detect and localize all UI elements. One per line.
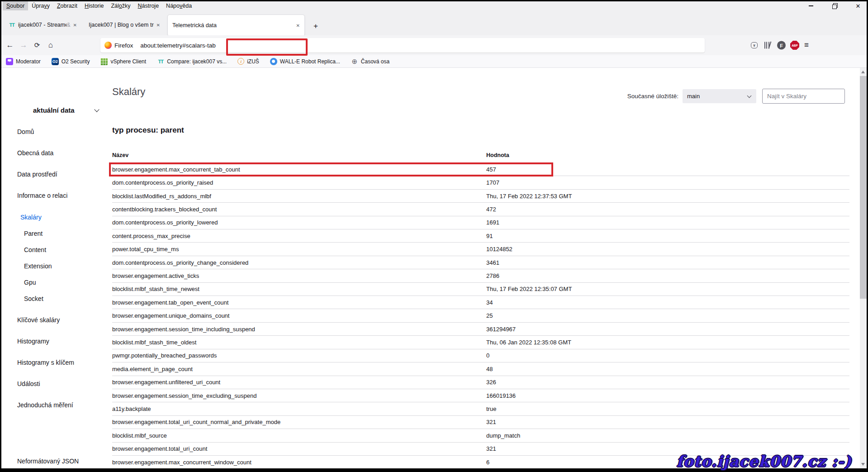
tab-blog[interactable]: Ijacek007 | Blog o všem trochu jinak. ✕ (84, 16, 165, 34)
scalar-value: 166019136 (486, 392, 849, 399)
bookmark-item[interactable]: TT Compare: ijacek007 vs... (157, 58, 227, 65)
tt-favicon-icon: TT (8, 21, 15, 29)
scalar-value: 321 (486, 419, 849, 425)
sidebar-item[interactable]: Jednoduchá měření (0, 401, 112, 409)
hamburger-menu-icon[interactable]: ≡ (804, 41, 809, 50)
menu-item[interactable]: Nástroje (134, 1, 163, 10)
sidebar-item[interactable]: Parent (0, 229, 112, 238)
library-icon[interactable] (764, 42, 770, 49)
bookmark-item[interactable]: O2 O2 Security (52, 58, 90, 65)
url-bar[interactable]: Firefox about:telemetry#scalars-tab ☆ (100, 38, 705, 52)
tab-close-icon[interactable]: ✕ (296, 23, 300, 28)
scrollbar-thumb[interactable] (860, 76, 867, 299)
url-text[interactable]: about:telemetry#scalars-tab (140, 42, 216, 49)
sidebar-item[interactable]: Socket (0, 295, 112, 303)
sidebar-item[interactable]: Content (0, 246, 112, 254)
menu-item[interactable]: Úpravy (28, 1, 53, 10)
menu-item[interactable]: Zobrazit (53, 1, 81, 10)
reload-icon[interactable]: ⟳ (31, 39, 43, 52)
tab-close-icon[interactable]: ✕ (157, 23, 160, 28)
search-input[interactable] (762, 89, 845, 104)
sidebar-item[interactable]: Histogramy s klíčem (0, 358, 112, 367)
minimize-icon[interactable] (806, 1, 816, 10)
scalar-name: pwmgr.potentially_breached_passwords (112, 352, 486, 359)
scalar-name: a11y.backplate (112, 405, 486, 412)
menu-item[interactable]: Nápověda (162, 1, 195, 10)
bookmark-item[interactable]: i iZUŠ (237, 58, 259, 65)
scalar-value: 48 (486, 366, 849, 372)
scroll-down-icon[interactable] (861, 463, 865, 466)
sidebar-item[interactable]: Informace o relaci (0, 191, 112, 200)
sidebar-item[interactable]: Histogramy (0, 337, 112, 345)
window-controls: ✕ (806, 0, 863, 12)
o2-icon: O2 (52, 58, 59, 65)
sidebar-item[interactable]: Data prostředí (0, 170, 112, 178)
sidebar-item[interactable]: Extension (0, 262, 112, 270)
restore-icon[interactable] (829, 1, 840, 10)
table-row: power.total_cpu_time_ms 10124852 (112, 243, 849, 256)
scalar-value: 0 (486, 352, 849, 359)
bookmark-label: Compare: ijacek007 vs... (167, 58, 227, 65)
scalar-value: 361294967 (486, 326, 849, 333)
extension-f-icon[interactable]: F (777, 41, 786, 50)
frame-border (0, 0, 1, 472)
back-icon[interactable]: ← (4, 39, 16, 52)
vertical-scrollbar[interactable] (860, 68, 867, 468)
menu-item[interactable]: Historie (81, 1, 107, 10)
scalar-value: Thu, 17 Feb 2022 12:37:53 GMT (486, 193, 849, 200)
sidebar-dataset-selector[interactable]: aktuální data (0, 106, 112, 114)
table-row: pwmgr.potentially_breached_passwords 0 (112, 349, 849, 362)
sidebar-item[interactable]: Události (0, 380, 112, 388)
tab-telemetry-active[interactable]: Telemetrická data ✕ (167, 14, 305, 36)
tab-close-icon[interactable]: ✕ (73, 23, 77, 28)
menu-item[interactable]: Soubor (3, 1, 28, 10)
scalar-value: 2786 (486, 272, 849, 279)
table-row: contentblocking.trackers_blocked_count 4… (112, 203, 849, 216)
bookmark-label: vSphere Client (110, 58, 146, 65)
scalar-name: browser.engagement.unique_domains_count (112, 312, 486, 319)
sidebar-item[interactable]: Domů (0, 128, 112, 136)
scalar-name: power.total_cpu_time_ms (112, 246, 486, 253)
scalar-value: 34 (486, 299, 849, 306)
menu-item[interactable]: Záložky (107, 1, 134, 10)
new-tab-button[interactable]: + (310, 21, 321, 32)
url-annotation-redbox (226, 38, 308, 56)
scroll-up-icon[interactable] (861, 71, 865, 73)
scalar-name: blocklist.lastModified_rs_addons_mlbf (112, 193, 486, 200)
sidebar-item[interactable]: Neformátovaný JSON (0, 457, 112, 465)
adblock-plus-icon[interactable]: ABP (790, 41, 799, 50)
sidebar-item[interactable]: Obecná data (0, 149, 112, 157)
vsphere-icon (100, 58, 108, 65)
tab-streamer-overview[interactable]: TT ijacek007 - Streamer Overview & ✕ (4, 16, 81, 34)
table-row: browser.engagement.tab_open_event_count … (112, 296, 849, 309)
scalar-name: browser.engagement.active_ticks (112, 272, 486, 279)
bookmark-item[interactable]: ⊕ Časová osa (351, 58, 389, 65)
sidebar-item[interactable]: Gpu (0, 278, 112, 286)
bookmark-item[interactable]: WALL-E Robot Replica... (270, 58, 340, 65)
scalar-name: browser.engagement.session_time_includin… (112, 326, 486, 333)
table-row: browser.engagement.max_concurrent_tab_co… (112, 163, 849, 176)
tab-label: Telemetrická data (172, 22, 294, 29)
storage-select-value: main (687, 93, 700, 100)
forward-icon[interactable]: → (17, 39, 30, 52)
bookmark-item[interactable]: vSphere Client (100, 58, 146, 65)
sidebar-item[interactable]: Skaláry (0, 213, 112, 221)
pocket-icon[interactable]: ∨ (751, 42, 758, 48)
home-icon[interactable]: ⌂ (44, 39, 57, 52)
storage-select[interactable]: main (683, 89, 756, 103)
page-title: Skaláry (112, 86, 145, 98)
chevron-down-icon (94, 107, 99, 112)
table-row: blocklist.lastModified_rs_addons_mlbf Th… (112, 190, 849, 203)
table-row: blocklist.mlbf_stash_time_newest Thu, 17… (112, 283, 849, 296)
scalar-value: 321 (486, 445, 849, 452)
scalar-name: browser.engagement.unfiltered_uri_count (112, 379, 486, 386)
twitch-icon (6, 58, 13, 65)
table-row: dom.contentprocess.os_priority_raised 17… (112, 176, 849, 189)
table-row: a11y.backplate true (112, 402, 849, 415)
firefox-logo-icon (104, 42, 112, 49)
browser-window: Soubor Úpravy Zobrazit Historie Záložky … (0, 0, 868, 472)
bookmark-item[interactable]: Moderator (6, 58, 41, 65)
sidebar-item[interactable]: Klíčové skaláry (0, 316, 112, 324)
close-icon[interactable]: ✕ (853, 1, 863, 10)
table-row: browser.engagement.session_time_excludin… (112, 389, 849, 402)
